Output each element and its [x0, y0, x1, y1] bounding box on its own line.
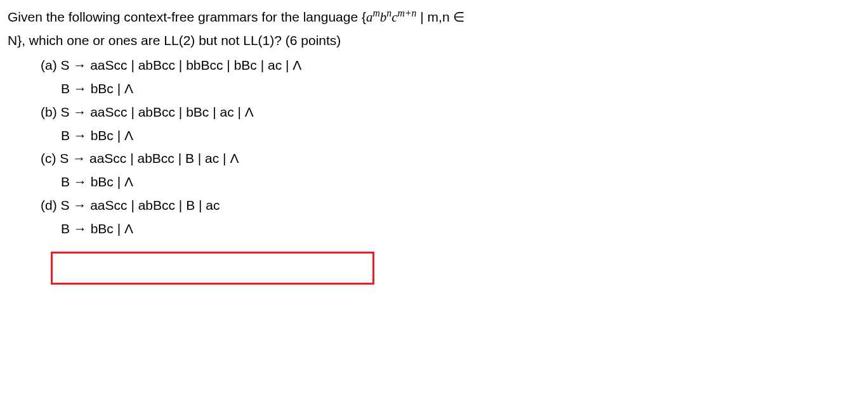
expr-c: c [391, 10, 397, 25]
expr-a: a [366, 10, 373, 25]
option-b-sub: B → bBc | Λ [41, 124, 860, 148]
option-a-sub: B → bBc | Λ [41, 77, 860, 101]
option-c-sub: B → bBc | Λ [41, 171, 860, 194]
option-b-main: (b) S → aaScc | abBcc | bBc | ac | Λ [41, 101, 860, 124]
expr-m: m [372, 8, 379, 18]
options-container: (a) S → aaScc | abBcc | bbBcc | bBc | ac… [8, 54, 860, 240]
expr-n: n [386, 8, 391, 18]
option-d-main: (d) S → aaScc | abBcc | B | ac [41, 194, 860, 217]
question-line1-prefix: Given the following context-free grammar… [8, 10, 366, 24]
option-d-sub: B → bBc | Λ [41, 217, 860, 241]
expr-mn: m+n [398, 8, 417, 18]
answer-input-box[interactable] [51, 252, 374, 285]
question-text: Given the following context-free grammar… [8, 5, 860, 51]
question-line2: N}, which one or ones are LL(2) but not … [8, 33, 341, 48]
expr-b: b [380, 10, 387, 25]
element-symbol: ∈ [453, 10, 464, 25]
option-a-main: (a) S → aaScc | abBcc | bbBcc | bBc | ac… [41, 54, 860, 77]
question-bar: | m,n [420, 10, 453, 24]
option-c-main: (c) S → aaScc | abBcc | B | ac | Λ [41, 147, 860, 171]
